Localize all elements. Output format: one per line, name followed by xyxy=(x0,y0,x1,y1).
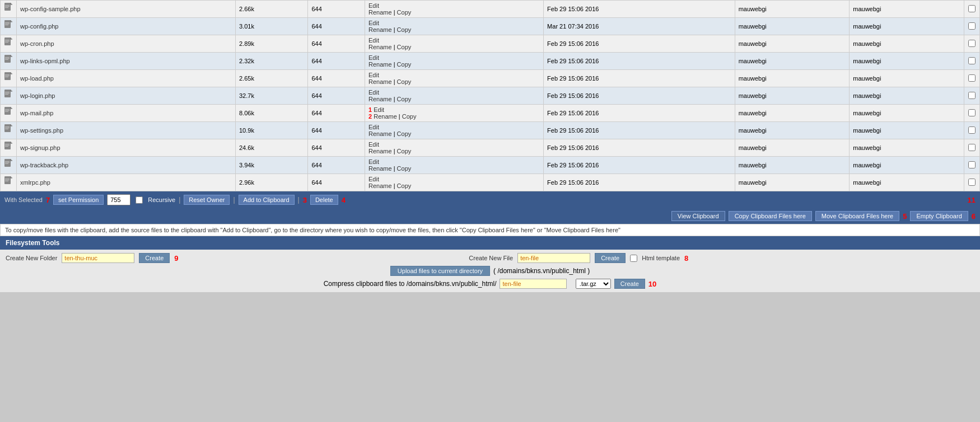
rename-link[interactable]: Rename xyxy=(368,9,392,16)
move-clipboard-button[interactable]: Move Clipboard Files here xyxy=(815,211,899,221)
copy-link[interactable]: Copy xyxy=(397,182,412,189)
compress-filename-input[interactable] xyxy=(500,279,567,289)
file-icon-cell xyxy=(1,1,17,18)
file-owner-cell: mauwebgi xyxy=(735,122,850,139)
svg-rect-74 xyxy=(5,179,10,179)
file-name-link[interactable]: xmlrpc.php xyxy=(20,179,50,186)
edit-link[interactable]: Edit xyxy=(368,2,379,9)
edit-link[interactable]: Edit xyxy=(368,72,379,78)
svg-rect-11 xyxy=(5,22,10,23)
file-name-link[interactable]: wp-config.php xyxy=(20,23,59,30)
copy-link[interactable]: Copy xyxy=(397,9,412,16)
file-name-link[interactable]: wp-cron.php xyxy=(20,40,54,47)
table-row: wp-signup.php24.6k644EditRename | CopyFe… xyxy=(1,139,980,157)
file-name-link[interactable]: wp-links-opml.php xyxy=(20,58,70,64)
file-name-input[interactable] xyxy=(517,253,590,263)
rename-link[interactable]: Rename xyxy=(368,61,392,68)
svg-rect-39 xyxy=(5,92,10,92)
rename-link[interactable]: Rename xyxy=(368,182,392,189)
edit-link[interactable]: Edit xyxy=(368,158,379,165)
copy-link[interactable]: Copy xyxy=(397,44,412,50)
file-icon-cell xyxy=(1,105,17,122)
edit-link[interactable]: Edit xyxy=(368,176,379,182)
file-checkbox[interactable] xyxy=(968,74,976,82)
create-folder-button[interactable]: Create xyxy=(139,253,170,263)
annotation-3: 3 xyxy=(303,196,307,204)
copy-clipboard-button[interactable]: Copy Clipboard Files here xyxy=(729,211,812,221)
file-name-cell: wp-signup.php xyxy=(17,139,236,157)
file-name-link[interactable]: wp-config-sample.php xyxy=(20,6,81,12)
copy-link[interactable]: Copy xyxy=(397,130,412,137)
edit-link[interactable]: Edit xyxy=(368,37,379,44)
compress-create-button[interactable]: Create xyxy=(614,279,645,289)
file-name-link[interactable]: wp-trackback.php xyxy=(20,162,68,168)
html-template-checkbox[interactable] xyxy=(630,255,637,262)
file-name-link[interactable]: wp-load.php xyxy=(20,75,54,82)
file-checkbox[interactable] xyxy=(968,144,976,151)
folder-name-input[interactable] xyxy=(62,253,134,263)
edit-link[interactable]: Edit xyxy=(368,124,379,130)
edit-link[interactable]: Edit xyxy=(368,141,379,148)
edit-link[interactable]: Edit xyxy=(368,20,379,26)
create-file-button[interactable]: Create xyxy=(595,253,626,263)
copy-link[interactable]: Copy xyxy=(402,113,417,120)
file-name-link[interactable]: wp-signup.php xyxy=(20,144,60,151)
file-icon-cell xyxy=(1,18,17,35)
file-actions-cell: EditRename | Copy xyxy=(365,70,544,87)
file-checkbox[interactable] xyxy=(968,109,976,116)
file-checkbox[interactable] xyxy=(968,179,976,186)
compress-format-select[interactable]: .tar.gz .zip .tar.bz2 xyxy=(576,279,611,289)
add-to-clipboard-button[interactable]: Add to Clipboard xyxy=(239,195,295,205)
file-name-cell: xmlrpc.php xyxy=(17,174,236,191)
edit-link[interactable]: Edit xyxy=(368,54,379,61)
file-group-cell: mauwebgi xyxy=(850,53,964,70)
file-checkbox[interactable] xyxy=(968,22,976,30)
file-name-link[interactable]: wp-settings.php xyxy=(20,127,63,134)
file-checkbox[interactable] xyxy=(968,161,976,168)
rename-link[interactable]: Rename xyxy=(374,113,397,120)
file-checkbox-cell xyxy=(964,174,980,191)
view-clipboard-button[interactable]: View Clipboard xyxy=(671,211,725,221)
set-permission-button[interactable]: set Permission xyxy=(53,195,104,205)
file-size-cell: 2.32k xyxy=(236,53,308,70)
rename-link[interactable]: Rename xyxy=(368,130,392,137)
recursive-checkbox[interactable] xyxy=(136,196,143,204)
file-date-cell: Feb 29 15:06 2016 xyxy=(544,157,735,174)
reset-owner-button[interactable]: Reset Owner xyxy=(184,195,230,205)
edit-link[interactable]: Edit xyxy=(368,89,379,96)
copy-link[interactable]: Copy xyxy=(397,96,412,102)
file-perms-cell: 644 xyxy=(308,157,365,174)
rename-link[interactable]: Rename xyxy=(368,165,392,172)
rename-link[interactable]: Rename xyxy=(368,148,392,154)
annotation-6: 6 xyxy=(972,212,976,221)
file-actions-cell: EditRename | Copy xyxy=(365,1,544,18)
svg-rect-25 xyxy=(5,57,10,58)
file-icon xyxy=(4,107,13,118)
file-checkbox[interactable] xyxy=(968,57,976,64)
file-name-link[interactable]: wp-mail.php xyxy=(20,110,53,116)
copy-link[interactable]: Copy xyxy=(397,61,412,68)
rename-link[interactable]: Rename xyxy=(368,78,392,85)
copy-link[interactable]: Copy xyxy=(397,148,412,154)
edit-link[interactable]: Edit xyxy=(374,106,384,113)
copy-link[interactable]: Copy xyxy=(397,78,412,85)
file-checkbox[interactable] xyxy=(968,92,976,99)
file-group-cell: mauwebgi xyxy=(850,105,964,122)
delete-button[interactable]: Delete xyxy=(310,195,338,205)
permission-input[interactable] xyxy=(107,194,130,205)
svg-rect-75 xyxy=(5,180,10,180)
file-checkbox-cell xyxy=(964,122,980,139)
file-checkbox[interactable] xyxy=(968,5,976,12)
rename-link[interactable]: Rename xyxy=(368,44,392,50)
upload-button[interactable]: Upload files to current directory xyxy=(390,266,490,276)
file-checkbox[interactable] xyxy=(968,126,976,134)
file-checkbox[interactable] xyxy=(968,40,976,47)
rename-link[interactable]: Rename xyxy=(368,96,392,102)
copy-link[interactable]: Copy xyxy=(397,26,412,33)
rename-link[interactable]: Rename xyxy=(368,26,392,33)
empty-clipboard-button[interactable]: Empty Clipboard xyxy=(910,211,968,221)
copy-link[interactable]: Copy xyxy=(397,165,412,172)
file-icon-cell xyxy=(1,87,17,105)
file-name-link[interactable]: wp-login.php xyxy=(20,92,55,99)
svg-rect-41 xyxy=(5,94,8,95)
